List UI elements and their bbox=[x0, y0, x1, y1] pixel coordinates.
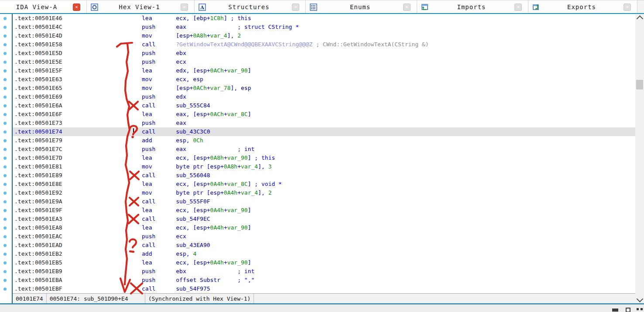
tab-label: Enums bbox=[317, 3, 403, 10]
tab-close-button[interactable]: ✕ bbox=[181, 3, 188, 11]
listing-row-current[interactable]: .text:00501E74call sub_43C3C0 bbox=[13, 127, 635, 136]
line-marker-dot bbox=[3, 279, 7, 282]
line-marker-dot bbox=[3, 157, 7, 160]
address: .text:00501E63 bbox=[14, 75, 142, 84]
address: .text:00501EA8 bbox=[14, 223, 142, 232]
chevron-down-icon bbox=[636, 295, 643, 302]
address: .text:00501E74 bbox=[14, 127, 142, 136]
line-marker-dot bbox=[3, 192, 7, 195]
ida-window: IDA View-A✕Hex View-1✕AStructures✕Enums✕… bbox=[0, 0, 644, 312]
listing-row[interactable]: .text:00501EB5lea ecx, [esp+0A4h+var_90] bbox=[13, 258, 635, 267]
address: .text:00501E7D bbox=[14, 154, 142, 162]
line-marker-dot bbox=[3, 139, 7, 142]
address: .text:00501EBF bbox=[14, 285, 142, 293]
address: .text:00501E92 bbox=[14, 189, 142, 197]
line-marker-dot bbox=[3, 261, 7, 264]
listing-row[interactable]: .text:00501E58call ?GetWindowTextA@CWnd@… bbox=[13, 40, 635, 49]
address: .text:00501E69 bbox=[14, 93, 142, 101]
listing-row[interactable]: .text:00501EACpush ecx bbox=[13, 232, 635, 241]
listing-row[interactable]: .text:00501EB2add esp, 4 bbox=[13, 250, 635, 258]
line-marker-dot bbox=[3, 61, 7, 64]
line-marker-dot bbox=[3, 34, 7, 38]
hexview-icon bbox=[91, 3, 98, 11]
listing-row[interactable]: .text:00501E69push edx bbox=[13, 93, 635, 101]
listing-row[interactable]: .text:00501E63mov ecx, esp bbox=[13, 75, 635, 84]
line-marker-dot bbox=[3, 122, 7, 125]
line-marker-dot bbox=[3, 69, 7, 72]
text-cursor bbox=[133, 128, 134, 135]
listing-row[interactable]: .text:00501E89call sub_556048 bbox=[13, 171, 635, 180]
listing-row[interactable]: .text:00501EBApush offset Substr ; "," bbox=[13, 276, 635, 285]
listing-row[interactable]: .text:00501E5Epush ecx bbox=[13, 58, 635, 66]
line-marker-dot bbox=[3, 113, 7, 116]
tab-hex-view-1[interactable]: Hex View-1✕ bbox=[87, 0, 195, 14]
tab-close-button[interactable]: ✕ bbox=[403, 3, 411, 11]
listing-row[interactable]: .text:00501E4Dmov [esp+0A8h+var_4], 2 bbox=[13, 31, 635, 40]
address: .text:00501EB2 bbox=[14, 250, 142, 258]
listing-row[interactable]: .text:00501E7Cpush eax ; int bbox=[13, 145, 635, 154]
taskbar-icon bbox=[641, 308, 643, 310]
chevron-up-icon bbox=[636, 15, 643, 22]
tab-label: Exports bbox=[540, 3, 623, 10]
line-marker-dot bbox=[3, 200, 7, 203]
listing-row[interactable]: .text:00501E46lea ecx, [ebp+1C8h] ; this bbox=[13, 14, 635, 23]
vertical-scrollbar[interactable] bbox=[635, 14, 644, 303]
tab-structures[interactable]: AStructures✕ bbox=[195, 0, 306, 14]
address: .text:00501E5F bbox=[14, 66, 142, 75]
listing-row[interactable]: .text:00501E73push eax bbox=[13, 119, 635, 127]
line-marker-dot bbox=[3, 253, 7, 256]
listing-row[interactable]: .text:00501EB9push ebx ; int bbox=[13, 267, 635, 276]
line-marker-dot bbox=[3, 235, 7, 238]
listing-row[interactable]: .text:00501E8Elea ecx, [esp+0A4h+var_8C]… bbox=[13, 180, 635, 189]
listing-row[interactable]: .text:00501E9Acall sub_555F0F bbox=[13, 197, 635, 206]
scroll-down-button[interactable] bbox=[635, 295, 644, 303]
listing-row[interactable]: .text:00501E4Cpush eax ; struct CString … bbox=[13, 23, 635, 31]
listing-row[interactable]: .text:00501E81mov byte ptr [esp+0A8h+var… bbox=[13, 162, 635, 171]
listing-row[interactable]: .text:00501E7Dlea ecx, [esp+0A8h+var_90]… bbox=[13, 154, 635, 162]
listing-row[interactable]: .text:00501E6Acall sub_555C84 bbox=[13, 101, 635, 110]
listing-row[interactable]: .text:00501E92mov byte ptr [esp+0A4h+var… bbox=[13, 189, 635, 197]
tab-enums[interactable]: Enums✕ bbox=[306, 0, 417, 14]
tab-imports[interactable]: Imports✕ bbox=[417, 0, 528, 14]
tab-exports[interactable]: Exports✕ bbox=[528, 0, 637, 14]
tab-ida-view-a[interactable]: IDA View-A✕ bbox=[0, 0, 87, 14]
address: .text:00501E5D bbox=[14, 49, 142, 58]
status-bar: 00101E7400501E74: sub_501D90+E4(Synchron… bbox=[13, 293, 635, 304]
line-marker-dot bbox=[3, 43, 7, 46]
listing-row[interactable]: .text:00501E6Flea eax, [esp+0ACh+var_8C] bbox=[13, 110, 635, 119]
address: .text:00501EBA bbox=[14, 276, 142, 285]
listing-row[interactable]: .text:00501EA3call sub_54F9EC bbox=[13, 215, 635, 223]
listing-row[interactable]: .text:00501E5Flea edx, [esp+0ACh+var_90] bbox=[13, 66, 635, 75]
scrollbar-thumb[interactable] bbox=[636, 80, 643, 89]
address: .text:00501E9F bbox=[14, 206, 142, 215]
listing-row[interactable]: .text:00501E9Flea ecx, [esp+0A4h+var_90] bbox=[13, 206, 635, 215]
line-marker-dot bbox=[3, 52, 7, 55]
address: .text:00501EAD bbox=[14, 241, 142, 250]
line-marker-dot bbox=[3, 96, 7, 99]
line-marker-dot bbox=[3, 78, 7, 81]
address: .text:00501E58 bbox=[14, 40, 142, 49]
address: .text:00501E65 bbox=[14, 84, 142, 93]
listing-row[interactable]: .text:00501EADcall sub_43EA90 bbox=[13, 241, 635, 250]
tab-close-button[interactable]: ✕ bbox=[514, 3, 522, 11]
scroll-up-button[interactable] bbox=[635, 14, 644, 22]
listing-row[interactable]: .text:00501EA8lea ecx, [esp+0A4h+var_90] bbox=[13, 223, 635, 232]
address: .text:00501EB9 bbox=[14, 267, 142, 276]
disassembly-listing[interactable]: .text:00501E46lea ecx, [ebp+1C8h] ; this… bbox=[13, 14, 635, 293]
tab-bar: IDA View-A✕Hex View-1✕AStructures✕Enums✕… bbox=[0, 0, 644, 14]
exports-icon bbox=[532, 3, 540, 11]
tab-close-button[interactable]: ✕ bbox=[292, 3, 299, 11]
taskbar-icon bbox=[637, 308, 639, 310]
svg-text:A: A bbox=[200, 4, 204, 10]
address: .text:00501E9A bbox=[14, 197, 142, 206]
tab-close-button[interactable]: ✕ bbox=[73, 3, 80, 11]
line-marker-dot bbox=[3, 183, 7, 186]
line-marker-dot bbox=[3, 130, 7, 134]
address: .text:00501E6A bbox=[14, 101, 142, 110]
tab-close-button[interactable]: ✕ bbox=[623, 3, 631, 11]
listing-row[interactable]: .text:00501E65mov [esp+0ACh+var_78], esp bbox=[13, 84, 635, 93]
tab-label: Imports bbox=[428, 3, 514, 10]
listing-row[interactable]: .text:00501E79add esp, 0Ch bbox=[13, 136, 635, 145]
listing-row[interactable]: .text:00501EBFcall sub_54F975 bbox=[13, 285, 635, 293]
listing-row[interactable]: .text:00501E5Dpush ebx bbox=[13, 49, 635, 58]
